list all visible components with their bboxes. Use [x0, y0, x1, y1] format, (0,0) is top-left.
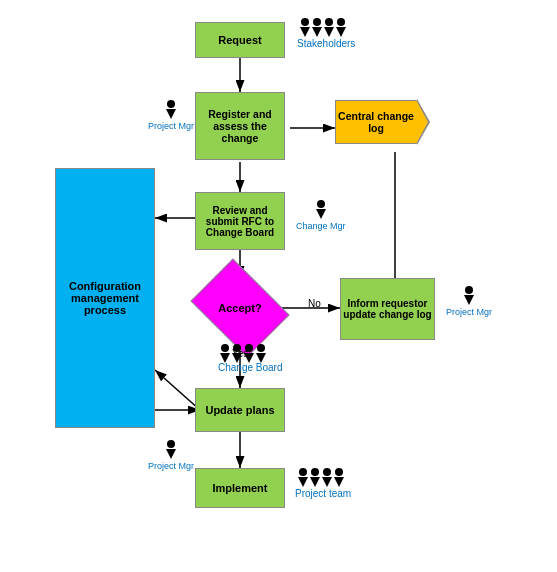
- person-icon: [324, 18, 334, 37]
- review-box: Review and submit RFC to Change Board: [195, 192, 285, 250]
- change-mgr-label: Change Mgr: [296, 221, 346, 231]
- person-icon: [310, 468, 320, 487]
- inform-box: Inform requestor update change log: [340, 278, 435, 340]
- project-mgr-2: Project Mgr: [446, 286, 492, 317]
- project-team-label: Project team: [295, 488, 351, 499]
- project-mgr-3-label: Project Mgr: [148, 461, 194, 471]
- person-icon: [298, 468, 308, 487]
- person-icon: [316, 200, 326, 219]
- project-mgr-2-label: Project Mgr: [446, 307, 492, 317]
- no-label: No: [308, 298, 321, 309]
- central-change-box: Central change log: [335, 100, 417, 144]
- project-team-group: [298, 468, 344, 487]
- change-mgr-1: Change Mgr: [296, 200, 346, 231]
- register-box: Register and assess the change: [195, 92, 285, 160]
- implement-box: Implement: [195, 468, 285, 508]
- update-plans-box: Update plans: [195, 388, 285, 432]
- person-icon: [334, 468, 344, 487]
- person-icon: [256, 344, 266, 363]
- change-board-label: Change Board: [218, 362, 283, 373]
- person-icon: [464, 286, 474, 305]
- flowchart-diagram: Request Stakeholders Register and assess…: [0, 0, 557, 572]
- person-icon: [300, 18, 310, 37]
- stakeholders-label: Stakeholders: [297, 38, 355, 49]
- request-box: Request: [195, 22, 285, 58]
- person-icon: [166, 440, 176, 459]
- yes-label: Yes: [232, 348, 248, 359]
- accept-label: Accept?: [200, 278, 280, 338]
- person-icon: [322, 468, 332, 487]
- person-icon: [166, 100, 176, 119]
- person-icon: [336, 18, 346, 37]
- project-mgr-1: Project Mgr: [148, 100, 194, 131]
- svg-line-8: [155, 370, 200, 410]
- person-icon: [312, 18, 322, 37]
- config-box: Configuration management process: [55, 168, 155, 428]
- stakeholders-group: [300, 18, 346, 37]
- project-mgr-1-label: Project Mgr: [148, 121, 194, 131]
- project-mgr-3: Project Mgr: [148, 440, 194, 471]
- person-icon: [220, 344, 230, 363]
